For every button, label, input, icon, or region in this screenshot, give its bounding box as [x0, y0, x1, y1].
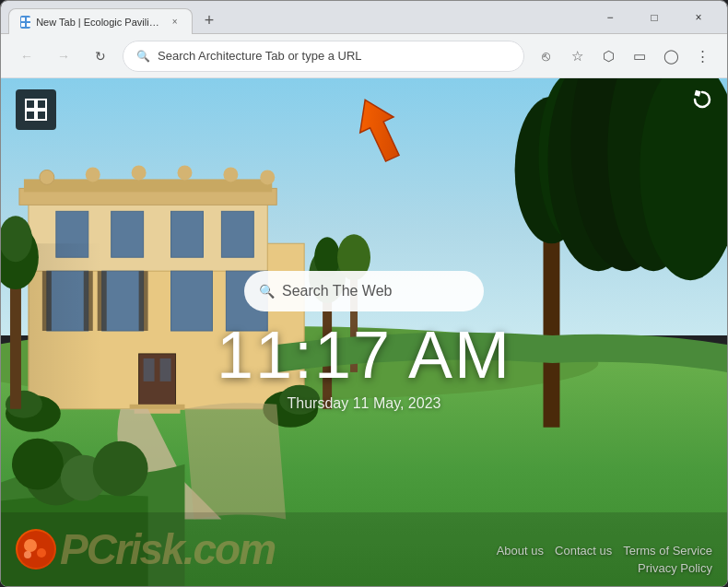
browser-window: New Tab | Ecologic Pavilion In Al... × +…	[0, 0, 728, 587]
svg-rect-10	[24, 179, 272, 192]
svg-point-57	[93, 441, 148, 497]
svg-point-15	[223, 167, 238, 182]
svg-rect-3	[27, 23, 30, 27]
search-icon: 🔍	[259, 284, 275, 299]
tab-search-button[interactable]: ▭	[626, 42, 653, 70]
close-button[interactable]: ×	[677, 1, 720, 34]
toolbar-icons: ⎋ ☆ ⬡ ▭ ◯ ⋮	[532, 42, 716, 70]
dots-icon: ⋮	[696, 48, 710, 65]
forward-button[interactable]: →	[49, 41, 78, 71]
menu-button[interactable]: ⋮	[688, 42, 716, 70]
svg-rect-19	[171, 271, 213, 331]
svg-point-13	[132, 165, 147, 180]
search-placeholder-text: Search The Web	[282, 283, 392, 299]
minimize-button[interactable]: −	[589, 1, 631, 34]
address-text: Search Architecture Tab or type a URL	[158, 49, 511, 63]
title-bar: New Tab | Ecologic Pavilion In Al... × +…	[1, 1, 727, 34]
page-content: 🔍 Search The Web 11:17 AM Thursday 11 Ma…	[1, 78, 727, 586]
tab-favicon	[20, 16, 30, 29]
tab-title: New Tab | Ecologic Pavilion In Al...	[36, 17, 159, 28]
svg-rect-59	[26, 100, 35, 109]
page-refresh-button[interactable]	[692, 89, 712, 114]
pcrisk-icon	[16, 529, 56, 569]
reload-button[interactable]: ↻	[86, 41, 115, 71]
share-icon: ⎋	[542, 48, 550, 64]
svg-rect-31	[160, 358, 171, 382]
forward-icon: →	[57, 49, 70, 64]
svg-rect-30	[144, 358, 155, 382]
back-button[interactable]: ←	[12, 41, 41, 71]
svg-marker-58	[348, 92, 409, 166]
svg-rect-24	[139, 271, 148, 331]
page-logo[interactable]	[16, 89, 56, 130]
puzzle-icon: ⬡	[603, 48, 615, 65]
svg-point-14	[178, 165, 193, 180]
watermark-text: PCrisk.com	[60, 528, 275, 570]
watermark-logo: PCrisk.com	[16, 528, 275, 570]
svg-rect-34	[29, 243, 102, 409]
svg-point-11	[40, 170, 54, 184]
svg-rect-1	[27, 18, 30, 21]
svg-point-66	[37, 548, 46, 558]
svg-point-67	[24, 551, 31, 558]
svg-point-16	[260, 170, 275, 184]
clock-container: 11:17 AM Thursday 11 May, 2023	[217, 322, 511, 412]
extensions-button[interactable]: ⬡	[594, 42, 622, 70]
window-controls: − □ ×	[589, 1, 720, 34]
lock-icon: 🔍	[136, 50, 150, 63]
svg-rect-0	[21, 18, 25, 21]
svg-point-64	[18, 531, 54, 568]
search-bar[interactable]: 🔍 Search The Web	[244, 271, 484, 311]
refresh-icon	[692, 89, 712, 110]
active-tab[interactable]: New Tab | Ecologic Pavilion In Al... ×	[8, 8, 193, 34]
bookmark-icon: ☆	[571, 48, 583, 65]
back-icon: ←	[20, 49, 33, 64]
reload-icon: ↻	[95, 49, 106, 64]
clock-time: 11:17 AM	[217, 322, 511, 388]
search-container: 🔍 Search The Web	[244, 271, 484, 311]
svg-marker-63	[693, 89, 703, 99]
logo-icon	[24, 98, 48, 122]
nav-bar: ← → ↻ 🔍 Search Architecture Tab or type …	[1, 34, 727, 78]
tabs-icon: ▭	[633, 48, 646, 65]
svg-point-65	[24, 539, 37, 552]
profile-button[interactable]: ◯	[657, 42, 685, 70]
svg-rect-28	[221, 211, 253, 257]
tab-close-button[interactable]: ×	[169, 15, 181, 29]
svg-point-55	[12, 439, 64, 490]
arrow-annotation	[346, 92, 411, 170]
svg-point-12	[86, 167, 100, 182]
bookmark-button[interactable]: ☆	[563, 42, 591, 70]
watermark-bar: PCrisk.com	[1, 512, 727, 586]
share-button[interactable]: ⎋	[532, 42, 559, 70]
tab-area: New Tab | Ecologic Pavilion In Al... × +	[8, 1, 585, 33]
svg-rect-61	[26, 111, 35, 120]
svg-rect-18	[102, 271, 144, 331]
svg-rect-2	[21, 23, 25, 27]
address-bar[interactable]: 🔍 Search Architecture Tab or type a URL	[123, 41, 524, 72]
clock-date: Thursday 11 May, 2023	[217, 395, 511, 412]
svg-rect-26	[112, 211, 144, 257]
svg-rect-27	[171, 211, 204, 257]
maximize-button[interactable]: □	[633, 1, 675, 34]
person-icon: ◯	[663, 48, 679, 65]
svg-rect-62	[37, 111, 46, 120]
new-tab-button[interactable]: +	[196, 7, 222, 33]
svg-rect-60	[37, 100, 46, 109]
